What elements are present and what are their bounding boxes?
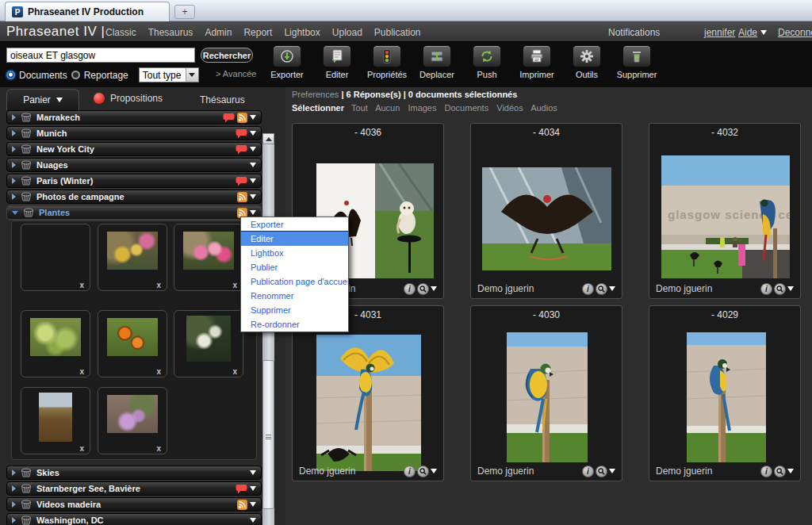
push-button[interactable]: Push	[464, 43, 510, 79]
browser-tab[interactable]: P Phraseanet IV Production	[5, 2, 170, 21]
basket-row-photos-de-campagne[interactable]: Photos de campagne	[6, 190, 262, 204]
info-icon[interactable]: i	[760, 466, 772, 477]
record-thumbnail[interactable]	[687, 332, 766, 462]
select-videos-link[interactable]: Vidéos	[496, 103, 523, 113]
basket-menu-caret-icon[interactable]	[250, 147, 256, 151]
type-select-arrow[interactable]	[186, 68, 198, 82]
comment-bubble-icon[interactable]	[236, 144, 247, 155]
lilac-flowers-photo-thumb[interactable]	[107, 395, 158, 433]
basket-menu-caret-icon[interactable]	[250, 194, 256, 199]
basket-menu-caret-icon[interactable]	[250, 486, 256, 491]
garden-flowers-photo-thumb[interactable]	[107, 232, 158, 270]
white-flowers-photo-thumb[interactable]	[186, 316, 231, 362]
plantes-thumb[interactable]: x	[21, 387, 90, 454]
preferences-link[interactable]: Preferences	[292, 90, 339, 99]
dried-sunflowers-photo-thumb[interactable]	[39, 393, 72, 442]
plantes-thumb[interactable]: x	[98, 224, 167, 291]
search-input[interactable]	[6, 48, 195, 63]
record-tile[interactable]: - 4034 Demo jguerin i	[470, 123, 622, 299]
notifications-link[interactable]: Notifications	[608, 27, 660, 38]
record-tile[interactable]: - 4032 glasgow science ce	[649, 123, 801, 299]
basket-row-plantes[interactable]: Plantes	[6, 205, 262, 220]
basket-row-new-york-city[interactable]: New York City	[6, 142, 262, 156]
rss-icon[interactable]	[237, 500, 247, 510]
basket-row-skies[interactable]: Skies	[6, 466, 262, 480]
expand-arrow-icon[interactable]	[12, 194, 16, 200]
remove-thumb-button[interactable]: x	[156, 444, 161, 453]
remove-thumb-button[interactable]: x	[232, 281, 237, 289]
tab-thesaurus[interactable]: Thésaurus	[200, 94, 245, 105]
properties-button[interactable]: Propriétés	[364, 43, 410, 79]
basket-row-videos-madeira[interactable]: Videos madeira	[6, 497, 262, 512]
radio-documents[interactable]	[6, 71, 15, 79]
new-tab-button[interactable]: +	[174, 5, 195, 19]
basket-row-washington-dc[interactable]: Washington, DC	[6, 513, 262, 525]
radio-reportage[interactable]	[71, 71, 80, 79]
remove-thumb-button[interactable]: x	[79, 281, 84, 289]
pink-roses-photo-thumb[interactable]	[183, 232, 234, 270]
record-menu-caret-icon[interactable]	[431, 286, 437, 291]
nav-item-lightbox[interactable]: Lightbox	[284, 27, 320, 38]
menu-item-publier[interactable]: Publier	[241, 260, 348, 274]
foliage-photo-thumb[interactable]	[30, 318, 81, 356]
collapse-arrow-icon[interactable]	[12, 211, 18, 215]
basket-menu-caret-icon[interactable]	[250, 163, 256, 167]
search-button[interactable]: Rechercher	[201, 48, 253, 63]
menu-item-lightbox[interactable]: Lightbox	[241, 246, 348, 260]
zoom-icon[interactable]	[417, 466, 429, 477]
expand-arrow-icon[interactable]	[12, 485, 16, 492]
nav-item-upload[interactable]: Upload	[332, 27, 362, 38]
expand-arrow-icon[interactable]	[12, 162, 16, 168]
edit-button[interactable]: Editer	[314, 43, 360, 79]
type-select[interactable]: Tout type	[139, 67, 199, 82]
expand-arrow-icon[interactable]	[12, 114, 16, 121]
help-menu[interactable]: Aide	[738, 27, 767, 38]
chevron-down-icon[interactable]	[56, 98, 63, 102]
print-button[interactable]: Imprimer	[514, 43, 560, 79]
comment-bubble-icon[interactable]	[236, 128, 247, 139]
tab-propositions[interactable]: Propositions	[94, 93, 163, 104]
plantes-thumb[interactable]: x	[21, 310, 90, 377]
basket-menu-caret-icon[interactable]	[250, 131, 256, 136]
basket-row-marrakech[interactable]: Marrakech	[6, 110, 262, 125]
scrollbar-thumb[interactable]	[262, 360, 274, 509]
menu-item-renommer[interactable]: Renommer	[241, 289, 348, 303]
expand-arrow-icon[interactable]	[12, 146, 16, 152]
expand-arrow-icon[interactable]	[12, 517, 16, 523]
nav-item-classic[interactable]: Classic	[105, 27, 136, 38]
zoom-icon[interactable]	[774, 283, 786, 295]
nav-item-admin[interactable]: Admin	[205, 27, 232, 38]
select-documents-link[interactable]: Documents	[445, 103, 489, 113]
orange-flowers-photo-thumb[interactable]	[107, 318, 158, 356]
plantes-thumb[interactable]: x	[21, 224, 90, 291]
basket-row-nuages[interactable]: Nuages	[6, 158, 262, 172]
info-icon[interactable]: i	[582, 283, 594, 295]
nav-item-publication[interactable]: Publication	[374, 27, 421, 38]
record-menu-caret-icon[interactable]	[787, 286, 794, 291]
comment-bubble-icon[interactable]	[223, 113, 235, 123]
basket-menu-caret-icon[interactable]	[250, 518, 256, 523]
zoom-icon[interactable]	[774, 466, 786, 477]
rss-icon[interactable]	[237, 192, 247, 202]
remove-thumb-button[interactable]: x	[156, 281, 161, 289]
record-thumbnail[interactable]	[316, 335, 421, 471]
record-thumbnail[interactable]	[507, 332, 588, 462]
nav-item-thesaurus[interactable]: Thesaurus	[148, 27, 193, 38]
basket-row-munich[interactable]: Munich	[6, 126, 262, 140]
plantes-thumb[interactable]: x	[174, 310, 243, 377]
menu-item-publication-accueil[interactable]: Publication page d'accueil	[241, 274, 348, 289]
record-tile[interactable]: - 4029 Demo jguerin i	[649, 305, 801, 481]
record-menu-caret-icon[interactable]	[609, 286, 615, 291]
basket-row-starnberger-see[interactable]: Starnberger See, Bavière	[6, 481, 262, 496]
logout-link[interactable]: Deconnexion	[778, 27, 812, 38]
remove-thumb-button[interactable]: x	[232, 367, 237, 376]
tab-panier[interactable]: Panier	[6, 89, 79, 110]
menu-item-exporter[interactable]: Exporter	[241, 217, 348, 232]
record-tile[interactable]: - 4030 Demo jguerin	[470, 305, 622, 481]
zoom-icon[interactable]	[417, 283, 429, 295]
export-button[interactable]: Exporter	[264, 43, 310, 79]
delete-button[interactable]: Supprimer	[614, 43, 660, 79]
rss-icon[interactable]	[237, 113, 247, 123]
info-icon[interactable]: i	[582, 466, 594, 477]
basket-menu-caret-icon[interactable]	[250, 502, 256, 507]
